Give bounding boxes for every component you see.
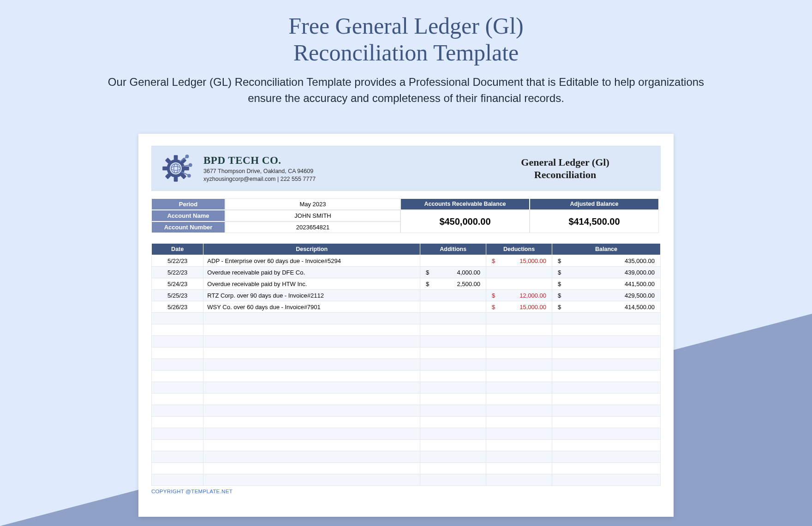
copyright-text: COPYRIGHT @TEMPLATE.NET xyxy=(151,489,661,494)
cell-balance: $439,000.00 xyxy=(552,267,661,278)
doc-title-line-2: Reconciliation xyxy=(534,169,596,180)
company-logo xyxy=(156,151,195,186)
cell-balance: $414,500.00 xyxy=(552,301,661,313)
table-row-empty xyxy=(152,371,661,382)
value-ar-balance: $450,000.00 xyxy=(400,210,530,233)
th-description: Description xyxy=(203,244,420,255)
label-account-name: Account Name xyxy=(151,210,225,221)
table-row-empty xyxy=(152,336,661,347)
svg-point-7 xyxy=(186,155,189,158)
ledger-table: Date Description Additions Deductions Ba… xyxy=(151,243,661,486)
summary-grid: Period May 2023 Accounts Receivable Bala… xyxy=(151,198,661,233)
document-title: General Ledger (Gl) Reconciliation xyxy=(478,156,653,181)
table-row: 5/24/23Overdue receivable paid by HTW In… xyxy=(152,278,661,290)
th-additions: Additions xyxy=(420,244,486,255)
title-line-1: Free General Ledger (Gl) xyxy=(288,13,523,39)
table-header-row: Date Description Additions Deductions Ba… xyxy=(152,244,661,255)
table-row-empty xyxy=(152,440,661,451)
cell-additions: $4,000.00 xyxy=(420,267,486,278)
cell-additions xyxy=(420,255,486,267)
table-row-empty xyxy=(152,324,661,336)
table-row-empty xyxy=(152,359,661,371)
cell-description: ADP - Enterprise over 60 days due - Invo… xyxy=(203,255,420,267)
table-row-empty xyxy=(152,405,661,417)
table-row-empty xyxy=(152,417,661,428)
label-account-number: Account Number xyxy=(151,221,225,233)
value-account-name: JOHN SMITH xyxy=(225,210,400,221)
cell-date: 5/25/23 xyxy=(152,290,203,301)
page-stage: Free General Ledger (Gl) Reconciliation … xyxy=(0,0,812,526)
value-adjusted-balance: $414,500.00 xyxy=(530,210,659,233)
cell-deductions: $15,000.00 xyxy=(486,255,552,267)
table-row-empty xyxy=(152,347,661,359)
table-row-empty xyxy=(152,451,661,463)
th-balance: Balance xyxy=(552,244,661,255)
company-name: BPD TECH CO. xyxy=(203,155,469,167)
company-block: BPD TECH CO. 3677 Thompson Drive, Oaklan… xyxy=(203,155,469,182)
cell-description: Overdue receivable paid by HTW Inc. xyxy=(203,278,420,290)
label-ar-balance: Accounts Receivable Balance xyxy=(400,198,530,210)
th-date: Date xyxy=(152,244,203,255)
cell-date: 5/22/23 xyxy=(152,267,203,278)
document-header: BPD TECH CO. 3677 Thompson Drive, Oaklan… xyxy=(151,146,661,191)
cell-balance: $429,500.00 xyxy=(552,290,661,301)
table-row-empty xyxy=(152,394,661,405)
cell-description: WSY Co. over 60 days due - Invoice#7901 xyxy=(203,301,420,313)
cell-deductions: $15,000.00 xyxy=(486,301,552,313)
cell-deductions: $12,000.00 xyxy=(486,290,552,301)
svg-rect-2 xyxy=(174,155,178,160)
cell-additions: $2,500.00 xyxy=(420,278,486,290)
label-period: Period xyxy=(151,198,225,210)
value-account-number: 2023654821 xyxy=(225,221,400,233)
cell-description: Overdue receivable paid by DFE Co. xyxy=(203,267,420,278)
table-row-empty xyxy=(152,382,661,394)
cell-balance: $441,500.00 xyxy=(552,278,661,290)
svg-point-11 xyxy=(188,174,191,177)
cell-date: 5/24/23 xyxy=(152,278,203,290)
table-row: 5/25/23RTZ Corp. over 90 days due - Invo… xyxy=(152,290,661,301)
cell-additions xyxy=(420,290,486,301)
table-row-empty xyxy=(152,313,661,324)
svg-point-9 xyxy=(189,164,192,167)
company-contact: xyzhousingcorp@email.com | 222 555 7777 xyxy=(203,176,469,182)
document-preview: BPD TECH CO. 3677 Thompson Drive, Oaklan… xyxy=(138,134,674,517)
cell-date: 5/22/23 xyxy=(152,255,203,267)
th-deductions: Deductions xyxy=(486,244,552,255)
svg-point-1 xyxy=(170,162,182,174)
table-row-empty xyxy=(152,428,661,440)
page-title: Free General Ledger (Gl) Reconciliation … xyxy=(0,0,812,66)
value-period: May 2023 xyxy=(225,198,400,210)
label-adjusted-balance: Adjusted Balance xyxy=(530,198,659,210)
table-row: 5/22/23Overdue receivable paid by DFE Co… xyxy=(152,267,661,278)
table-row: 5/26/23WSY Co. over 60 days due - Invoic… xyxy=(152,301,661,313)
cell-deductions xyxy=(486,278,552,290)
cell-balance: $435,000.00 xyxy=(552,255,661,267)
doc-title-line-1: General Ledger (Gl) xyxy=(521,156,609,168)
cell-deductions xyxy=(486,267,552,278)
cell-date: 5/26/23 xyxy=(152,301,203,313)
title-line-2: Reconciliation Template xyxy=(293,40,519,66)
cell-description: RTZ Corp. over 90 days due - Invoice#211… xyxy=(203,290,420,301)
table-row: 5/22/23ADP - Enterprise over 60 days due… xyxy=(152,255,661,267)
table-row-empty xyxy=(152,463,661,474)
page-subtitle: Our General Ledger (GL) Reconciliation T… xyxy=(106,74,706,107)
cell-additions xyxy=(420,301,486,313)
table-row-empty xyxy=(152,474,661,486)
company-address: 3677 Thompson Drive, Oakland, CA 94609 xyxy=(203,168,469,174)
